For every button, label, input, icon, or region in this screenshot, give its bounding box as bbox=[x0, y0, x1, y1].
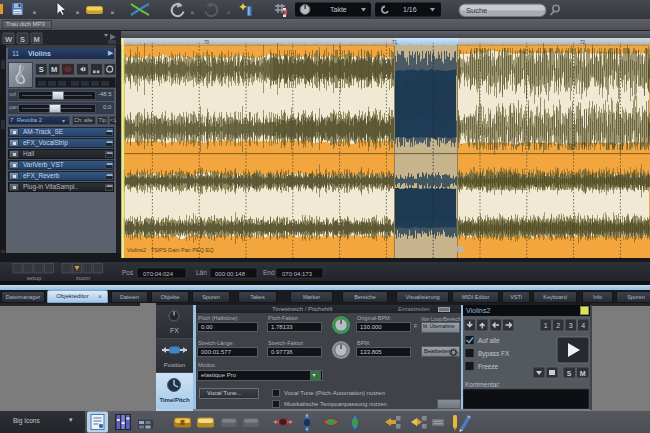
svg-text:070:04:173: 070:04:173 bbox=[282, 271, 313, 277]
svg-text:M: M bbox=[51, 65, 57, 74]
svg-text:S: S bbox=[39, 65, 44, 74]
svg-text:End: End bbox=[263, 269, 275, 276]
svg-text:W: W bbox=[5, 35, 13, 44]
svg-text:Position: Position bbox=[164, 362, 185, 368]
svg-text:72: 72 bbox=[580, 40, 586, 45]
svg-text:Violins2 TSiPS Gain Pan PEQ: Violins2 TSiPS Gain Pan PEQ EQ bbox=[127, 247, 214, 253]
svg-text:2: 2 bbox=[556, 322, 560, 329]
svg-text:070:04:024: 070:04:024 bbox=[143, 271, 174, 277]
svg-text:S: S bbox=[567, 370, 572, 377]
svg-text:Time/Pitch: Time/Pitch bbox=[159, 397, 190, 403]
svg-text:Pos: Pos bbox=[122, 269, 134, 276]
svg-text:setup: setup bbox=[27, 275, 42, 281]
svg-text:M: M bbox=[33, 35, 39, 44]
svg-text:zoom: zoom bbox=[76, 275, 91, 281]
svg-text:1: 1 bbox=[544, 322, 548, 329]
svg-text:1/16: 1/16 bbox=[403, 6, 417, 13]
svg-text:Suche: Suche bbox=[466, 6, 487, 15]
svg-text:M: M bbox=[580, 370, 586, 377]
svg-text:Takte: Takte bbox=[330, 6, 347, 13]
svg-text:Kommentar:: Kommentar: bbox=[465, 381, 501, 388]
svg-text:3: 3 bbox=[569, 322, 573, 329]
svg-text:70: 70 bbox=[204, 40, 210, 45]
svg-text:FX: FX bbox=[170, 327, 179, 334]
svg-text:000:00:148: 000:00:148 bbox=[215, 271, 246, 277]
svg-text:Bypass FX: Bypass FX bbox=[478, 350, 510, 358]
svg-text:S: S bbox=[20, 35, 25, 44]
svg-text:Freeze: Freeze bbox=[478, 363, 499, 370]
svg-text:Län: Län bbox=[196, 269, 207, 276]
svg-text:Auf alle: Auf alle bbox=[478, 337, 500, 344]
svg-text:4: 4 bbox=[581, 322, 585, 329]
